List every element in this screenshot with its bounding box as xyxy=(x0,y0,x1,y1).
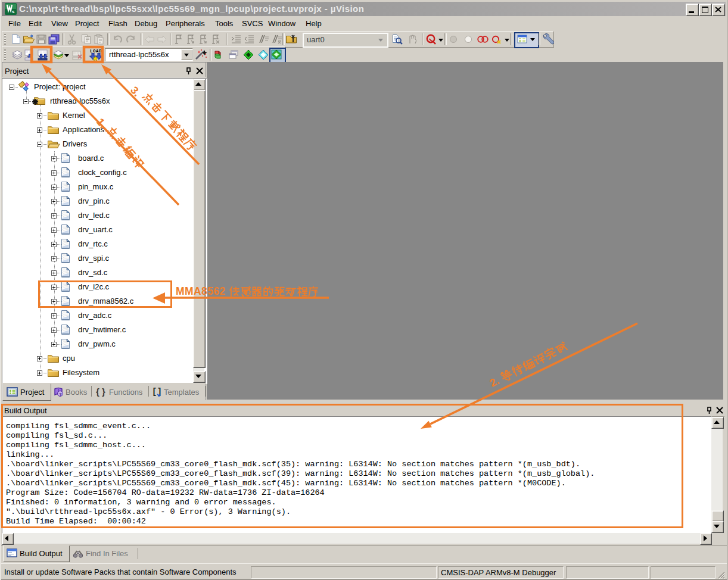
svg-text:2.: 2. xyxy=(488,375,501,389)
svg-text:MMA8562: MMA8562 xyxy=(176,285,226,297)
svg-text:1.: 1. xyxy=(94,116,109,130)
svg-text:3.: 3. xyxy=(128,84,143,99)
